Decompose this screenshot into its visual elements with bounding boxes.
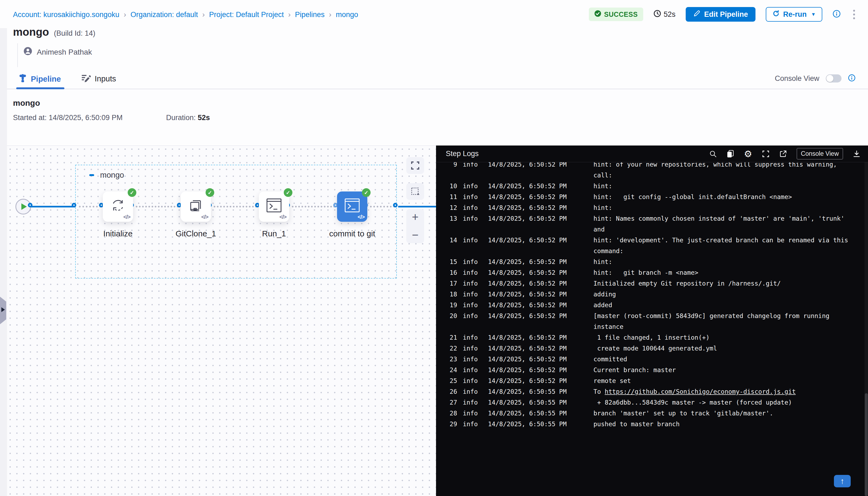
arrow-up-icon: ↑ [840, 477, 844, 486]
info-icon[interactable] [848, 74, 855, 83]
log-timestamp: 14/8/2025, 6:50:52 PM [488, 280, 572, 287]
tab-bar: Pipeline Inputs Console View [0, 72, 868, 89]
log-row: 21info14/8/2025, 6:50:52 PM 1 file chang… [446, 332, 864, 343]
status-text: SUCCESS [604, 11, 637, 18]
log-line-number: 25 [446, 377, 457, 384]
zoom-in-button[interactable]: + [412, 212, 419, 222]
code-icon: </> [201, 214, 208, 220]
log-row: 27info14/8/2025, 6:50:55 PM + 82a6dbb...… [446, 397, 864, 408]
log-timestamp: 14/8/2025, 6:50:52 PM [488, 258, 572, 265]
expand-arrow-icon [1, 307, 5, 312]
search-icon[interactable] [709, 150, 717, 158]
log-line-number: 9 [446, 162, 457, 168]
download-icon[interactable] [853, 150, 861, 158]
refresh-icon [110, 197, 126, 215]
code-icon: </> [279, 214, 286, 220]
log-message: adding [593, 291, 616, 298]
console-view-toggle[interactable] [826, 74, 841, 82]
log-line-number: 18 [446, 291, 457, 298]
log-rows[interactable]: 9info14/8/2025, 6:50:52 PMhint: of your … [436, 162, 864, 496]
log-message: Initialized empty Git repository in /har… [593, 280, 781, 287]
log-timestamp: 14/8/2025, 6:50:52 PM [488, 377, 572, 384]
build-id: (Build Id: 14) [54, 29, 95, 37]
copy-icon[interactable] [727, 150, 734, 158]
port [393, 203, 398, 207]
tab-inputs[interactable]: Inputs [81, 74, 116, 84]
step-node-commit-to-git[interactable]: ✓ </> [337, 191, 367, 222]
log-line-number: 19 [446, 301, 457, 309]
kebab-menu-icon[interactable] [851, 9, 857, 20]
log-row: instance [446, 321, 864, 332]
log-level: info [463, 215, 478, 222]
fullscreen-icon[interactable] [762, 150, 770, 158]
log-message: call: [593, 172, 612, 179]
rerun-button[interactable]: Re-run ▼ [766, 7, 822, 22]
scroll-to-top-button[interactable]: ↑ [834, 475, 851, 487]
log-row: 18info14/8/2025, 6:50:52 PMadding [446, 289, 864, 300]
log-level: info [463, 291, 478, 298]
step-label: GitClone_1 [161, 229, 231, 238]
fit-to-screen-button[interactable] [406, 157, 424, 174]
edge-start [31, 206, 76, 207]
log-level: info [463, 269, 478, 276]
log-line-number: 12 [446, 204, 457, 211]
log-timestamp: 14/8/2025, 6:50:52 PM [488, 291, 572, 298]
author-row: Animesh Pathak [23, 47, 92, 58]
log-level: info [463, 421, 478, 428]
breadcrumb-item[interactable]: Account: kurosakiichigo.songoku [13, 11, 119, 19]
external-link-icon[interactable] [779, 150, 787, 158]
log-message: added [593, 301, 612, 309]
log-timestamp: 14/8/2025, 6:50:55 PM [488, 421, 572, 428]
step-node-gitclone[interactable]: ✓ </> [181, 191, 211, 222]
log-timestamp: 14/8/2025, 6:50:52 PM [488, 269, 572, 276]
log-line-number: 22 [446, 345, 457, 352]
log-level: info [463, 183, 478, 190]
tab-pipeline[interactable]: Pipeline [18, 74, 61, 84]
log-scrollbar[interactable] [865, 162, 868, 496]
terminal-icon [265, 197, 283, 215]
log-message: Current branch: master [593, 367, 676, 373]
log-line-number: 16 [446, 269, 457, 276]
step-node-run[interactable]: ✓ </> [259, 191, 289, 222]
log-line-number: 17 [446, 280, 457, 287]
console-view-button[interactable]: Console View [796, 148, 843, 159]
log-timestamp: 14/8/2025, 6:50:55 PM [488, 399, 572, 406]
author-name: Animesh Pathak [37, 48, 92, 57]
collapse-stage-icon[interactable] [89, 174, 94, 176]
settings-gear-icon[interactable]: ⚙ [744, 150, 752, 158]
log-line-number: 21 [446, 334, 457, 341]
log-level: info [463, 204, 478, 211]
log-message: To https://github.com/Sonichigo/economy-… [593, 388, 796, 395]
stage-label: mongo [89, 171, 124, 180]
top-actions: SUCCESS 52s Edit Pipeline Re-run ▼ [589, 7, 857, 22]
success-check-icon: ✓ [284, 188, 292, 197]
scrollbar-thumb[interactable] [865, 393, 868, 496]
code-icon: </> [358, 214, 365, 220]
log-line-number: 11 [446, 193, 457, 200]
log-line-number: 10 [446, 183, 457, 190]
log-level: info [463, 280, 478, 287]
info-icon[interactable] [833, 10, 841, 19]
breadcrumb-item[interactable]: Pipelines [295, 11, 325, 19]
log-message: hint: [593, 204, 612, 211]
log-header-icons: ⚙ Console View [709, 148, 861, 159]
edge-end [398, 206, 436, 207]
duration-meta: Duration: 52s [166, 113, 210, 122]
breadcrumb-item[interactable]: Organization: default [131, 11, 198, 19]
log-title: Step Logs [446, 150, 479, 158]
marquee-select-button[interactable] [406, 183, 424, 200]
log-timestamp: 14/8/2025, 6:50:52 PM [488, 367, 572, 373]
edit-pipeline-button[interactable]: Edit Pipeline [686, 7, 756, 22]
clone-icon [187, 197, 204, 215]
breadcrumb-item[interactable]: mongo [336, 11, 358, 19]
breadcrumb-item[interactable]: Project: Default Project [209, 11, 284, 19]
log-message: hint: of your new repositories, which wi… [593, 162, 837, 168]
log-link[interactable]: https://github.com/Sonichigo/economy-dis… [605, 388, 796, 395]
zoom-out-button[interactable]: − [412, 230, 419, 241]
zoom-controls: + − [406, 209, 424, 243]
console-view-label: Console View [775, 74, 819, 83]
log-header: Step Logs ⚙ Console View [436, 145, 868, 162]
pipeline-canvas[interactable]: mongo ✓ </> Initialize [0, 145, 436, 496]
log-timestamp: 14/8/2025, 6:50:52 PM [488, 183, 572, 190]
step-node-initialize[interactable]: ✓ </> [103, 191, 133, 222]
